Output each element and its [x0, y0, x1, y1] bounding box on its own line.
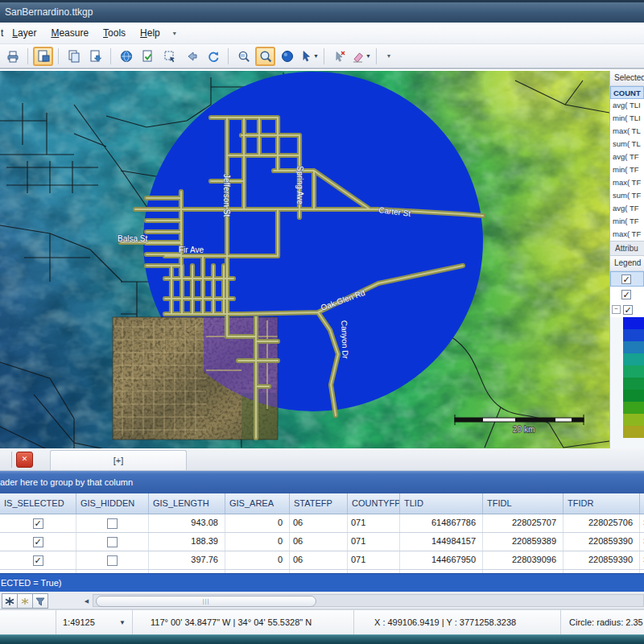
cell-statefp[interactable]: 06: [290, 514, 348, 532]
column-header-statefp[interactable]: STATEFP: [290, 493, 348, 514]
column-header-partial[interactable]: M: [640, 493, 644, 514]
menu-item-tools[interactable]: Tools: [96, 25, 133, 41]
gis-selected-checkbox[interactable]: [33, 518, 43, 529]
print-icon[interactable]: [2, 47, 23, 66]
column-header-tlid[interactable]: TLID: [400, 493, 483, 514]
cell-statefp[interactable]: 06: [290, 551, 348, 569]
table-row[interactable]: 188.39 0 06 071 144984157 220859389 2208…: [0, 533, 644, 551]
custom-filter-icon[interactable]: [17, 593, 33, 609]
deselect-icon[interactable]: [329, 47, 349, 66]
layer-visibility-checkbox[interactable]: [623, 305, 633, 315]
close-table-button[interactable]: ✕: [16, 452, 33, 468]
add-tab-button[interactable]: [+]: [50, 450, 187, 470]
stat-row[interactable]: min( TLI: [610, 112, 644, 125]
edit-features-icon[interactable]: [138, 47, 158, 66]
asterisk-filter-icon[interactable]: [2, 593, 18, 609]
column-header-tfidl[interactable]: TFIDL: [483, 493, 564, 514]
world-icon[interactable]: [116, 47, 136, 66]
toolbar-overflow-icon[interactable]: ▾: [382, 52, 396, 60]
stat-row[interactable]: sum( TF: [610, 189, 644, 202]
column-header-tfidr[interactable]: TFIDR: [564, 493, 640, 514]
scroll-left-arrow[interactable]: ◀: [80, 595, 93, 607]
select-cursor-icon[interactable]: ▼: [299, 47, 319, 66]
column-header-gis-hidden[interactable]: GIS_HIDDEN: [76, 493, 149, 514]
legend-layer-row[interactable]: [610, 287, 644, 302]
cell-countyfp[interactable]: 071: [348, 533, 400, 551]
cell-gis-area[interactable]: 0: [225, 514, 290, 532]
cell-tfidl[interactable]: 228039096: [483, 551, 564, 569]
cell-tlid[interactable]: 144667950: [400, 551, 483, 569]
cell-tfidl[interactable]: 220859389: [483, 533, 564, 551]
cell-partial[interactable]: S: [640, 514, 644, 532]
menu-item-measure[interactable]: Measure: [43, 25, 96, 41]
stat-row-count[interactable]: COUNT: [610, 86, 644, 99]
horizontal-scrollbar[interactable]: |||: [93, 594, 644, 607]
cell-statefp[interactable]: 06: [290, 533, 348, 551]
gis-selected-checkbox[interactable]: [33, 537, 43, 547]
legend-layer-row[interactable]: [610, 271, 644, 287]
cell-tfidl[interactable]: 228025707: [483, 514, 564, 532]
dropdown-arrow-icon[interactable]: ▼: [313, 53, 319, 59]
stat-row[interactable]: avg( TF: [610, 202, 644, 215]
stat-row[interactable]: min( TF: [610, 163, 644, 176]
stat-row[interactable]: avg( TF: [610, 151, 644, 163]
dropdown-arrow-icon[interactable]: ▼: [365, 53, 371, 59]
cell-countyfp[interactable]: 071: [348, 514, 400, 532]
copy-map-icon[interactable]: [64, 47, 84, 66]
table-row[interactable]: 943.08 0 06 071 614867786 228025707 2280…: [0, 514, 644, 533]
title-bar[interactable]: SanBernardino.ttkgp: [0, 0, 644, 23]
legend-layer-row[interactable]: −: [610, 302, 644, 317]
column-header-gis-length[interactable]: GIS_LENGTH: [149, 493, 225, 514]
stat-row[interactable]: sum( TL: [610, 138, 644, 151]
stat-row[interactable]: max( TF: [610, 176, 644, 189]
table-row[interactable]: 397.76 0 06 071 144667950 228039096 2208…: [0, 551, 644, 570]
cell-countyfp[interactable]: 071: [348, 551, 400, 569]
cell-tlid[interactable]: 614867786: [400, 514, 483, 532]
cell-tfidr[interactable]: 220859390: [564, 533, 640, 551]
filter-bar[interactable]: ECTED = True): [0, 573, 644, 592]
chevron-down-icon[interactable]: ▼: [119, 619, 126, 626]
cell-tfidr[interactable]: 220859390: [564, 551, 640, 569]
cell-partial[interactable]: S: [640, 533, 644, 551]
collapse-icon[interactable]: −: [612, 305, 621, 314]
tab-stub[interactable]: [0, 452, 12, 468]
map-view[interactable]: Balsa St Fir Ave Jefferson St Spring Ave…: [0, 71, 609, 448]
gis-hidden-checkbox[interactable]: [107, 537, 118, 547]
column-header-gis-selected[interactable]: IS_SELECTED: [0, 493, 76, 514]
gis-selected-checkbox[interactable]: [33, 555, 43, 566]
page-preview-icon[interactable]: [33, 47, 53, 66]
stat-row[interactable]: max( TF: [610, 228, 644, 241]
eraser-icon[interactable]: ▼: [351, 47, 371, 66]
cell-gis-area[interactable]: 0: [225, 551, 290, 569]
column-header-countyfp[interactable]: COUNTYFP: [348, 493, 400, 514]
refresh-icon[interactable]: [203, 47, 223, 66]
zoom-in-icon[interactable]: [255, 47, 275, 66]
cell-partial[interactable]: S: [640, 551, 644, 569]
cell-tlid[interactable]: 144984157: [400, 533, 483, 551]
stat-row[interactable]: max( TL: [610, 125, 644, 138]
cell-gis-length[interactable]: 397.76: [149, 551, 225, 569]
layer-visibility-checkbox[interactable]: [621, 290, 631, 299]
select-region-icon[interactable]: [159, 47, 180, 66]
zoom-window-icon[interactable]: [233, 47, 254, 66]
cell-gis-length[interactable]: 943.08: [149, 514, 225, 532]
filter-funnel-icon[interactable]: [32, 593, 48, 609]
stat-row[interactable]: min( TF: [610, 215, 644, 228]
map-scale-dropdown[interactable]: 1:49125 ▼: [56, 610, 133, 634]
menu-item-help[interactable]: Help: [133, 25, 167, 41]
tab-attributes[interactable]: Attribu: [610, 241, 644, 256]
layer-visibility-checkbox[interactable]: [621, 275, 631, 284]
column-header-gis-area[interactable]: GIS_AREA: [225, 493, 290, 514]
save-image-icon[interactable]: [85, 47, 105, 66]
gis-hidden-checkbox[interactable]: [107, 555, 118, 566]
cell-tfidr[interactable]: 228025706: [564, 514, 640, 532]
scrollbar-thumb[interactable]: |||: [96, 596, 316, 607]
stat-row[interactable]: avg( TLI: [610, 99, 644, 112]
pan-icon[interactable]: [277, 47, 297, 66]
menu-item-layer[interactable]: Layer: [5, 25, 43, 41]
gis-hidden-checkbox[interactable]: [107, 518, 118, 529]
previous-extent-icon[interactable]: [181, 47, 201, 66]
cell-gis-length[interactable]: 188.39: [149, 533, 225, 551]
group-by-bar[interactable]: ader here to group by that column: [0, 471, 644, 493]
cell-gis-area[interactable]: 0: [225, 533, 290, 551]
